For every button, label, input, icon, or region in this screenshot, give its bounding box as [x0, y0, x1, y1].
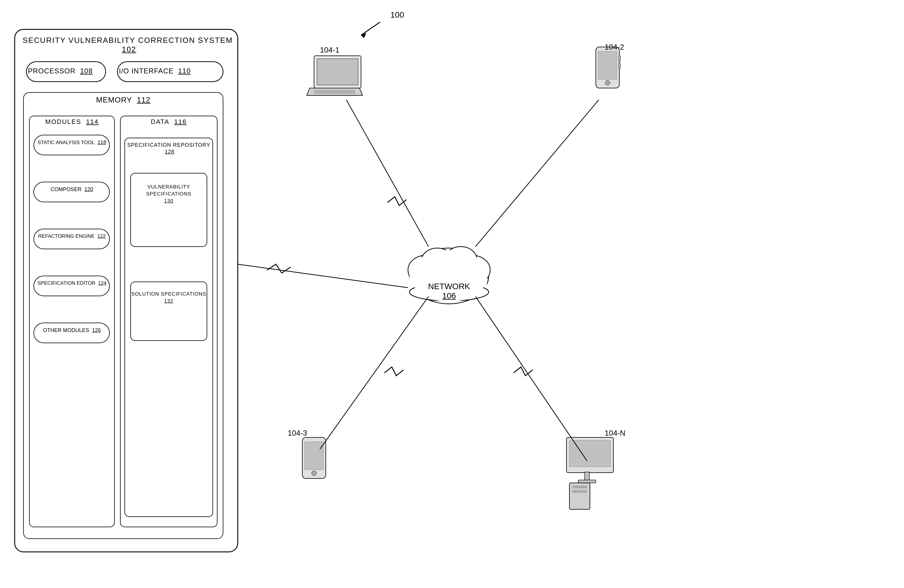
device-104-3-ref: 104-3: [288, 428, 307, 438]
svg-point-38: [312, 471, 316, 476]
device-104-n-label: 104-N: [605, 428, 626, 438]
svg-line-50: [476, 297, 587, 461]
ref-100-text: 100: [390, 10, 404, 19]
svg-rect-32: [598, 51, 617, 79]
svg-marker-1: [361, 33, 366, 38]
svg-point-20: [445, 247, 477, 273]
svg-line-0: [361, 22, 380, 35]
ref-100-label: 100: [390, 10, 404, 20]
svg-point-17: [408, 255, 443, 285]
module-item-3: REFACTORING ENGINE 122: [35, 233, 109, 239]
svg-rect-43: [569, 483, 590, 509]
svg-point-18: [455, 255, 490, 285]
device-104-1-ref: 104-1: [320, 46, 340, 54]
svg-rect-44: [572, 486, 587, 488]
solution-specs-label: SOLUTION SPECIFICATIONS 132: [131, 291, 207, 305]
module-item-4: SPECIFICATION EDITOR 124: [35, 280, 109, 286]
module-item-5: OTHER MODULES 126: [35, 327, 109, 334]
device-104-2-ref: 104-2: [605, 43, 624, 51]
system-title: SECURITY VULNERABILITY CORRECTION SYSTEM…: [22, 36, 233, 54]
svg-rect-29: [317, 59, 358, 85]
svg-rect-36: [302, 438, 326, 479]
svg-rect-28: [314, 56, 361, 88]
svg-line-47: [346, 100, 428, 247]
device-104-3-label: 104-3: [288, 428, 307, 438]
device-104-n-ref: 104-N: [605, 428, 626, 438]
svg-line-48: [476, 100, 599, 247]
svg-rect-34: [619, 56, 621, 62]
memory-label: MEMORY 112: [24, 95, 223, 104]
svg-point-26: [423, 250, 452, 273]
svg-point-25: [457, 257, 489, 283]
svg-point-27: [446, 248, 476, 272]
modules-label: MODULES 114: [29, 118, 114, 126]
svg-line-46: [238, 264, 408, 288]
system-title-text: SECURITY VULNERABILITY CORRECTION SYSTEM: [23, 36, 233, 44]
svg-rect-12: [120, 116, 217, 527]
svg-point-24: [409, 257, 442, 283]
svg-rect-35: [619, 63, 621, 69]
svg-rect-39: [566, 438, 613, 473]
svg-rect-31: [596, 47, 619, 88]
module-item-2: COMPOSER 120: [35, 187, 109, 193]
network-label: NETWORK 106: [420, 282, 479, 300]
svg-rect-40: [569, 440, 610, 467]
svg-rect-5: [24, 92, 223, 539]
svg-rect-30: [314, 90, 355, 94]
module-item-1: STATIC ANALYSIS TOOL 118: [35, 139, 109, 146]
diagram-container: 100 SECURITY VULNERABILITY CORRECTION SY…: [0, 0, 904, 588]
io-label: I/O INTERFACE 110: [119, 67, 191, 75]
svg-rect-6: [29, 116, 114, 527]
svg-line-49: [320, 297, 428, 449]
device-104-2-label: 104-2: [605, 43, 624, 52]
svg-point-33: [605, 81, 610, 85]
svg-point-19: [421, 248, 454, 275]
spec-repo-label: SPECIFICATION REPOSITORY 128: [125, 142, 213, 156]
system-ref: 102: [122, 45, 136, 54]
data-label: DATA 116: [120, 118, 217, 126]
svg-rect-45: [572, 490, 587, 493]
vuln-specs-label: VULNERABILITYSPECIFICATIONS 130: [131, 183, 207, 204]
svg-rect-41: [585, 472, 589, 481]
processor-label: PROCESSOR 108: [28, 67, 93, 75]
svg-rect-42: [578, 480, 596, 483]
device-104-1-label: 104-1: [320, 46, 340, 55]
svg-rect-37: [305, 442, 324, 470]
